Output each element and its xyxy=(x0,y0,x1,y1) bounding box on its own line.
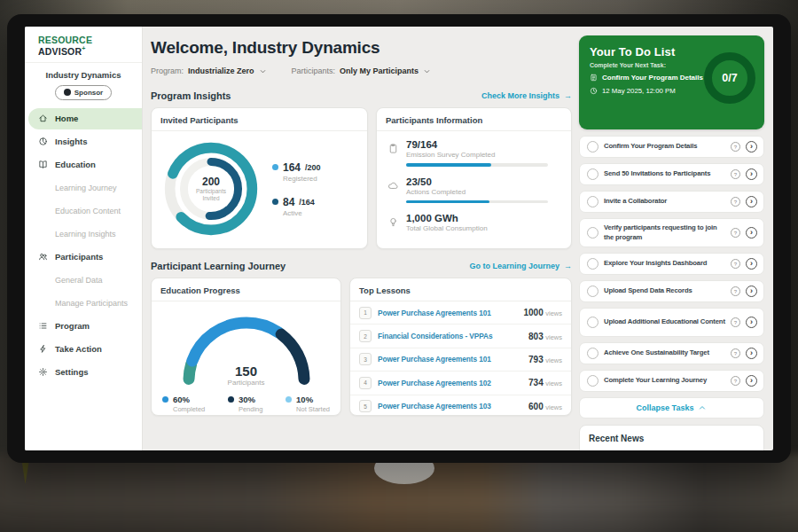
sidebar-nav: Home Insights Education Learning Journey… xyxy=(25,107,142,384)
task-chevron-icon[interactable]: › xyxy=(746,348,757,359)
sponsor-icon xyxy=(64,89,71,96)
clipboard-icon xyxy=(387,143,399,154)
lightbulb-icon xyxy=(387,216,399,228)
invited-total: 200 xyxy=(202,176,220,188)
app-logo[interactable]: RESOURCE ADVISOR+ xyxy=(25,27,142,63)
task-explore-insights[interactable]: Explore Your Insights Dashboard ? › xyxy=(579,253,764,275)
lesson-link[interactable]: Power Purchase Agreements 102 xyxy=(378,379,522,387)
lesson-row: 5 Power Purchase Agreements 103 600 view… xyxy=(350,395,571,416)
lesson-link[interactable]: Power Purchase Agreements 101 xyxy=(378,355,522,364)
legend-pending: 30% Pending xyxy=(228,395,263,413)
bolt-icon xyxy=(38,344,48,354)
participants-filter[interactable]: Participants: Only My Participants xyxy=(292,66,432,75)
sidebar-item-insights[interactable]: Insights xyxy=(25,131,142,153)
sidebar-item-learning-journey[interactable]: Learning Journey xyxy=(25,177,142,199)
help-icon: ? xyxy=(731,348,740,358)
task-checkbox[interactable] xyxy=(587,317,598,328)
home-icon xyxy=(38,113,48,123)
insights-icon xyxy=(38,137,48,146)
sidebar-item-education[interactable]: Education xyxy=(25,154,142,176)
card-title: Top Lessons xyxy=(350,278,571,301)
sidebar-item-home[interactable]: Home xyxy=(28,108,142,129)
task-complete-learning-journey[interactable]: Complete Your Learning Journey ? › xyxy=(579,370,764,392)
task-checkbox[interactable] xyxy=(587,375,598,387)
task-verify-participants[interactable]: Verify participants requesting to join t… xyxy=(579,218,764,247)
arrow-right-icon: → xyxy=(564,262,572,270)
task-checkbox[interactable] xyxy=(587,168,598,180)
sidebar-item-learning-insights[interactable]: Learning Insights xyxy=(25,223,142,245)
next-task: Confirm Your Program Details xyxy=(602,74,703,82)
lesson-link[interactable]: Power Purchase Agreements 101 xyxy=(378,309,517,317)
task-checkbox[interactable] xyxy=(587,141,598,153)
legend-completed: 60% Completed xyxy=(162,395,205,413)
help-icon: ? xyxy=(731,197,740,207)
sidebar-item-education-content[interactable]: Education Content xyxy=(25,200,142,222)
page-title: Welcome, Industry Dynamics xyxy=(151,38,572,58)
recent-news-title: Recent News xyxy=(589,434,644,443)
clock-icon xyxy=(590,87,598,95)
task-chevron-icon[interactable]: › xyxy=(746,227,757,239)
card-title: Participants Information xyxy=(377,108,571,131)
participants-icon xyxy=(38,252,48,262)
task-chevron-icon[interactable]: › xyxy=(746,141,757,153)
sidebar-item-general-data[interactable]: General Data xyxy=(25,270,142,291)
task-chevron-icon[interactable]: › xyxy=(746,286,757,297)
card-title: Education Progress xyxy=(152,278,340,301)
task-chevron-icon[interactable]: › xyxy=(746,168,757,180)
go-to-learning-journey-link[interactable]: Go to Learning Journey → xyxy=(469,262,572,270)
sidebar-item-take-action[interactable]: Take Action xyxy=(25,339,142,360)
help-icon: ? xyxy=(731,376,740,386)
dashboard-screen: RESOURCE ADVISOR+ Industry Dynamics Spon… xyxy=(25,27,773,450)
sponsor-badge[interactable]: Sponsor xyxy=(55,85,112,100)
lesson-link[interactable]: Financial Considerations - VPPAs xyxy=(378,332,522,340)
sidebar-item-manage-participants[interactable]: Manage Participants xyxy=(25,293,142,314)
legend-dot xyxy=(162,396,168,403)
rank-badge: 2 xyxy=(359,330,372,342)
sidebar-item-program[interactable]: Program xyxy=(25,316,142,337)
task-chevron-icon[interactable]: › xyxy=(746,196,757,207)
task-achieve-target[interactable]: Achieve One Sustainability Target ? › xyxy=(579,342,764,364)
task-confirm-program[interactable]: Confirm Your Program Details ? › xyxy=(579,136,764,158)
task-upload-spend-data[interactable]: Upload Spend Data Records ? › xyxy=(579,280,764,302)
card-title: Invited Participants xyxy=(152,108,367,131)
chevron-down-icon xyxy=(259,67,267,75)
arrow-right-icon: → xyxy=(564,91,572,100)
invited-donut-chart: 200 Participants Invited xyxy=(159,137,263,241)
task-checkbox[interactable] xyxy=(587,258,598,270)
sidebar-item-participants[interactable]: Participants xyxy=(25,246,142,268)
list-icon xyxy=(38,321,48,331)
emission-survey-stat: 79/164 Emission Survey Completed xyxy=(387,139,560,167)
task-checkbox[interactable] xyxy=(587,348,598,359)
rank-badge: 1 xyxy=(359,307,372,319)
task-invite-collaborator[interactable]: Invite a Collaborator ? › xyxy=(579,191,764,213)
collapse-tasks-link[interactable]: Collapse Tasks xyxy=(579,397,764,419)
help-icon: ? xyxy=(731,142,740,152)
lesson-link[interactable]: Power Purchase Agreements 103 xyxy=(378,402,522,411)
todo-title: Your To Do List xyxy=(590,45,704,59)
sidebar: RESOURCE ADVISOR+ Industry Dynamics Spon… xyxy=(25,27,143,450)
scene: RESOURCE ADVISOR+ Industry Dynamics Spon… xyxy=(0,0,798,532)
rank-badge: 3 xyxy=(359,353,372,365)
invited-participants-card: Invited Participants 200 Partic xyxy=(151,107,368,249)
consumption-stat: 1,000 GWh Total Global Consumption xyxy=(387,213,560,232)
check-more-insights-link[interactable]: Check More Insights → xyxy=(481,91,572,100)
task-chevron-icon[interactable]: › xyxy=(746,375,757,387)
task-checkbox[interactable] xyxy=(587,286,598,297)
task-checkbox[interactable] xyxy=(587,196,598,207)
task-upload-educational-content[interactable]: Upload Additional Educational Content ? … xyxy=(579,308,764,337)
help-icon: ? xyxy=(731,169,740,179)
task-chevron-icon[interactable]: › xyxy=(746,317,757,328)
progress-bar xyxy=(406,163,548,167)
todo-summary-card: Your To Do List Complete Your Next Task:… xyxy=(579,35,764,129)
book-icon xyxy=(38,160,48,169)
task-send-invitations[interactable]: Send 50 Invitations to Participants ? › xyxy=(579,163,764,185)
lesson-row: 1 Power Purchase Agreements 101 1000 vie… xyxy=(350,301,571,325)
legend-active: 84/164 Active xyxy=(272,196,321,217)
legend-not-started: 10% Not Started xyxy=(286,395,330,413)
task-chevron-icon[interactable]: › xyxy=(746,258,757,270)
task-checkbox[interactable] xyxy=(587,227,598,239)
program-filter[interactable]: Program: Industrialize Zero xyxy=(151,66,267,75)
sidebar-item-settings[interactable]: Settings xyxy=(25,362,142,383)
legend-registered: 164/200 Registered xyxy=(272,161,321,183)
rank-badge: 4 xyxy=(359,377,372,389)
